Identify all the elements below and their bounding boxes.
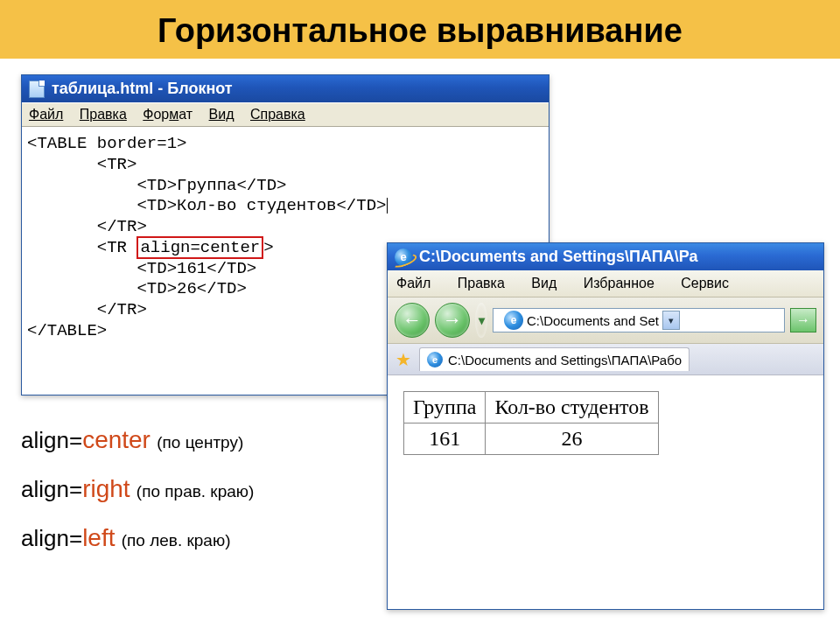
rendered-table: Группа Кол-во студентов 161 26 — [403, 391, 659, 455]
align-highlight: align=center — [136, 236, 263, 259]
tab-page-icon: e — [427, 352, 443, 368]
ie-logo-icon: e — [395, 248, 412, 266]
legend-item: align=right (по прав. краю) — [21, 465, 254, 514]
browser-tab[interactable]: e C:\Documents and Settings\ПАПА\Рабо — [419, 347, 690, 371]
legend-attr: align= — [21, 525, 82, 551]
legend-value: left — [82, 524, 115, 551]
ie-toolbar: ← → ▾ e C:\Documents and Set ▾ → — [388, 298, 823, 344]
legend-value: right — [82, 475, 130, 502]
address-text: C:\Documents and Set — [527, 313, 659, 328]
ie-menu-view[interactable]: Вид — [531, 276, 556, 290]
code-line: <TR> — [27, 155, 543, 176]
address-bar[interactable]: e C:\Documents and Set ▾ — [493, 308, 785, 332]
ie-menu-fav[interactable]: Избранное — [584, 276, 654, 290]
menu-edit[interactable]: Правка — [80, 107, 127, 122]
table-cell: 161 — [404, 424, 486, 455]
table-cell: Группа — [404, 392, 486, 424]
menu-help[interactable]: Справка — [250, 107, 305, 122]
ie-menubar: Файл Правка Вид Избранное Сервис — [388, 270, 823, 298]
notepad-menubar: Файл Правка Формат Вид Справка — [22, 102, 549, 127]
code-line: <TD>Группа</TD> — [27, 176, 543, 197]
content-area: таблица.html - Блокнот Файл Правка Форма… — [0, 59, 840, 627]
legend-note: (по лев. краю) — [122, 531, 231, 550]
ie-page-icon: e — [504, 311, 523, 330]
legend-value: center — [82, 426, 150, 453]
ie-window: e C:\Documents and Settings\ПАПА\Ра Файл… — [387, 242, 824, 610]
browser-viewport: Группа Кол-во студентов 161 26 — [388, 375, 823, 471]
table-cell: 26 — [486, 424, 658, 455]
legend-attr: align= — [21, 427, 82, 453]
code-line: <TD>Кол-во студентов</TD> — [27, 196, 543, 217]
slide-title: Горизонтальное выравнивание — [0, 0, 840, 59]
nav-history-dropdown[interactable]: ▾ — [475, 303, 487, 338]
notepad-titlebar[interactable]: таблица.html - Блокнот — [22, 75, 549, 102]
notepad-title-text: таблица.html - Блокнот — [52, 80, 233, 98]
legend-item: align=left (по лев. краю) — [21, 514, 254, 563]
table-cell: Кол-во студентов — [486, 392, 658, 424]
go-button[interactable]: → — [790, 308, 816, 332]
menu-file[interactable]: Файл — [29, 107, 63, 122]
ie-title-text: C:\Documents and Settings\ПАПА\Ра — [419, 248, 697, 266]
text-cursor — [387, 198, 388, 214]
address-dropdown[interactable]: ▾ — [662, 311, 680, 330]
legend-item: align=center (по центру) — [21, 416, 254, 465]
ie-tab-bar: ★ e C:\Documents and Settings\ПАПА\Рабо — [388, 344, 823, 375]
menu-format[interactable]: Формат — [143, 107, 192, 122]
document-icon — [29, 80, 45, 98]
ie-menu-file[interactable]: Файл — [396, 276, 430, 290]
forward-button[interactable]: → — [435, 303, 470, 338]
code-line: <TABLE border=1> — [27, 134, 543, 155]
menu-view[interactable]: Вид — [209, 107, 234, 122]
ie-titlebar[interactable]: e C:\Documents and Settings\ПАПА\Ра — [388, 243, 823, 270]
tab-label: C:\Documents and Settings\ПАПА\Рабо — [448, 353, 682, 368]
code-line: </TR> — [27, 217, 543, 238]
align-legend: align=center (по центру) align=right (по… — [21, 416, 254, 563]
legend-attr: align= — [21, 476, 82, 502]
legend-note: (по прав. краю) — [136, 482, 255, 500]
table-row: 161 26 — [404, 424, 659, 455]
ie-menu-edit[interactable]: Правка — [458, 276, 505, 290]
legend-note: (по центру) — [157, 433, 243, 452]
ie-menu-tools[interactable]: Сервис — [681, 276, 729, 290]
table-row: Группа Кол-во студентов — [404, 392, 659, 424]
back-button[interactable]: ← — [395, 303, 430, 338]
favorites-star-icon[interactable]: ★ — [395, 351, 412, 368]
